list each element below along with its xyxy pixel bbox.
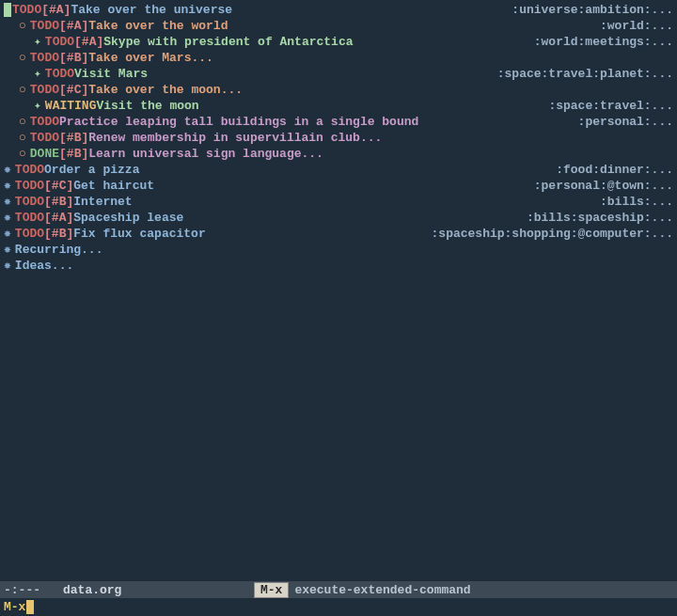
heading-title[interactable]: Take over the world — [88, 18, 228, 34]
org-heading[interactable]: ✸TODO [#B] Internet:bills:... — [4, 194, 673, 210]
priority-cookie[interactable]: [#C] — [44, 178, 73, 194]
org-bullet-icon: ○ — [19, 114, 26, 130]
todo-keyword[interactable]: DONE — [30, 146, 59, 162]
priority-cookie[interactable]: [#A] — [74, 34, 103, 50]
org-heading[interactable]: ○TODO [#C] Take over the moon... — [4, 82, 673, 98]
priority-cookie[interactable]: [#C] — [59, 82, 88, 98]
priority-cookie[interactable]: [#A] — [41, 2, 71, 18]
priority-cookie[interactable]: [#B] — [44, 226, 73, 242]
todo-keyword[interactable]: TODO — [30, 50, 59, 66]
minibuffer-prompt: M-x — [4, 600, 25, 614]
heading-title[interactable]: Visit the moon — [96, 98, 198, 114]
org-bullet-icon: ○ — [19, 130, 26, 146]
modeline-status: -:--- — [4, 583, 40, 597]
priority-cookie[interactable]: [#B] — [59, 146, 88, 162]
heading-title[interactable]: Skype with president of Antarctica — [103, 34, 353, 50]
org-heading[interactable]: ○DONE [#B] Learn universal sign language… — [4, 146, 673, 162]
org-bullet-icon: ✸ — [4, 178, 11, 194]
heading-title[interactable]: Get haircut — [73, 178, 154, 194]
priority-cookie[interactable]: [#A] — [59, 18, 88, 34]
heading-title[interactable]: Take over Mars... — [88, 50, 213, 66]
org-heading[interactable]: ✦WAITING Visit the moon:space:travel:... — [4, 98, 673, 114]
org-bullet-icon: ✸ — [4, 210, 11, 226]
org-heading[interactable]: ✸TODO [#C] Get haircut:personal:@town:..… — [4, 178, 673, 194]
priority-cookie[interactable]: [#B] — [59, 130, 88, 146]
org-tags[interactable]: :space:travel:planet:... — [497, 66, 673, 82]
point-cursor — [4, 3, 11, 17]
org-bullet-icon: ✸ — [4, 258, 11, 274]
org-bullet-icon: ○ — [19, 18, 26, 34]
heading-title[interactable]: Fix flux capacitor — [73, 226, 205, 242]
todo-keyword[interactable]: TODO — [15, 194, 44, 210]
todo-keyword[interactable]: TODO — [30, 82, 59, 98]
heading-title[interactable]: Renew membership in supervillain club... — [88, 130, 382, 146]
priority-cookie[interactable]: [#B] — [44, 194, 73, 210]
org-tags[interactable]: :food:dinner:... — [556, 162, 673, 178]
priority-cookie[interactable]: [#B] — [59, 50, 88, 66]
org-heading[interactable]: ○TODO [#B] Take over Mars... — [4, 50, 673, 66]
heading-title[interactable]: Recurring... — [15, 242, 103, 258]
org-tags[interactable]: :personal:... — [578, 114, 673, 130]
todo-keyword[interactable]: TODO — [30, 114, 59, 130]
org-tags[interactable]: :universe:ambition:... — [512, 2, 673, 18]
org-bullet-icon: ✦ — [34, 34, 41, 50]
org-bullet-icon: ✸ — [4, 194, 11, 210]
todo-keyword[interactable]: TODO — [30, 130, 59, 146]
org-tags[interactable]: :personal:@town:... — [534, 178, 673, 194]
org-bullet-icon: ○ — [19, 82, 26, 98]
org-bullet-icon: ✸ — [4, 226, 11, 242]
org-heading[interactable]: ✦TODO Visit Mars:space:travel:planet:... — [4, 66, 673, 82]
org-heading[interactable]: ✸TODO [#B] Fix flux capacitor:spaceship:… — [4, 226, 673, 242]
org-heading[interactable]: ○TODO Practice leaping tall buildings in… — [4, 114, 673, 130]
org-bullet-icon: ✦ — [34, 66, 41, 82]
heading-title[interactable]: Learn universal sign language... — [88, 146, 323, 162]
modeline-keybinding: M-x execute-extended-command — [254, 582, 471, 598]
todo-keyword[interactable]: TODO — [15, 226, 44, 242]
heading-title[interactable]: Practice leaping tall buildings in a sin… — [59, 114, 418, 130]
org-bullet-icon: ✦ — [34, 98, 41, 114]
org-tags[interactable]: :bills:spaceship:... — [527, 210, 673, 226]
org-tags[interactable]: :bills:... — [600, 194, 673, 210]
org-tags[interactable]: :world:meetings:... — [534, 34, 673, 50]
todo-keyword[interactable]: WAITING — [45, 98, 97, 114]
heading-title[interactable]: Take over the universe — [71, 2, 232, 18]
todo-keyword[interactable]: TODO — [15, 210, 44, 226]
todo-keyword[interactable]: TODO — [12, 2, 41, 18]
org-heading[interactable]: TODO [#A] Take over the universe:univers… — [4, 2, 673, 18]
minibuffer[interactable]: M-x — [0, 598, 677, 616]
org-tags[interactable]: :spaceship:shopping:@computer:... — [432, 226, 673, 242]
heading-title[interactable]: Take over the moon... — [88, 82, 243, 98]
todo-keyword[interactable]: TODO — [15, 162, 44, 178]
modeline-filename: data.org — [63, 583, 121, 597]
heading-title[interactable]: Visit Mars — [74, 66, 148, 82]
todo-keyword[interactable]: TODO — [15, 178, 44, 194]
org-tags[interactable]: :world:... — [600, 18, 673, 34]
org-heading[interactable]: ○TODO [#A] Take over the world:world:... — [4, 18, 673, 34]
todo-keyword[interactable]: TODO — [45, 34, 74, 50]
org-heading[interactable]: ✸TODO [#A] Spaceship lease:bills:spacesh… — [4, 210, 673, 226]
org-heading[interactable]: ✦TODO [#A] Skype with president of Antar… — [4, 34, 673, 50]
modeline: -:--- data.org M-x execute-extended-comm… — [0, 581, 677, 598]
org-buffer[interactable]: TODO [#A] Take over the universe:univers… — [0, 0, 677, 276]
org-heading[interactable]: ✸Recurring... — [4, 242, 673, 258]
org-heading[interactable]: ✸Ideas... — [4, 258, 673, 274]
todo-keyword[interactable]: TODO — [45, 66, 74, 82]
org-heading[interactable]: ○TODO [#B] Renew membership in supervill… — [4, 130, 673, 146]
heading-title[interactable]: Ideas... — [15, 258, 73, 274]
command-name: execute-extended-command — [294, 583, 470, 597]
org-bullet-icon: ○ — [19, 146, 26, 162]
org-bullet-icon: ✸ — [4, 242, 11, 258]
todo-keyword[interactable]: TODO — [30, 18, 59, 34]
heading-title[interactable]: Internet — [73, 194, 132, 210]
heading-title[interactable]: Order a pizza — [44, 162, 139, 178]
org-bullet-icon: ✸ — [4, 162, 11, 178]
priority-cookie[interactable]: [#A] — [44, 210, 73, 226]
org-bullet-icon: ○ — [19, 50, 26, 66]
org-heading[interactable]: ✸TODO Order a pizza:food:dinner:... — [4, 162, 673, 178]
minibuffer-cursor — [26, 600, 34, 614]
heading-title[interactable]: Spaceship lease — [73, 210, 183, 226]
mx-box: M-x — [254, 582, 289, 598]
org-tags[interactable]: :space:travel:... — [548, 98, 673, 114]
